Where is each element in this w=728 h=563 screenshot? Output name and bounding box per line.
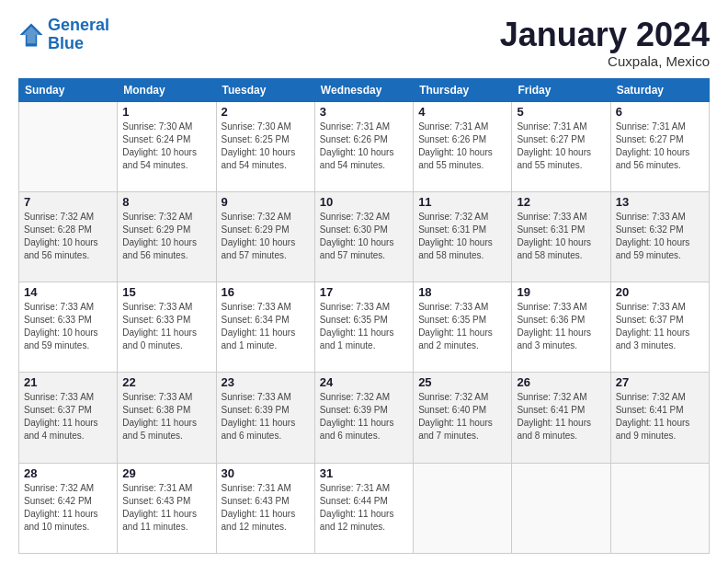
day-info: Sunrise: 7:30 AM Sunset: 6:25 PM Dayligh…: [222, 121, 310, 172]
col-header-sunday: Sunday: [19, 78, 118, 101]
day-info: Sunrise: 7:33 AM Sunset: 6:33 PM Dayligh…: [122, 301, 210, 352]
logo-icon: [18, 22, 44, 48]
week-row-0: 1Sunrise: 7:30 AM Sunset: 6:24 PM Daylig…: [19, 101, 710, 191]
day-info: Sunrise: 7:33 AM Sunset: 6:33 PM Dayligh…: [24, 301, 112, 352]
day-cell: 5Sunrise: 7:31 AM Sunset: 6:27 PM Daylig…: [512, 101, 610, 191]
day-number: 12: [517, 195, 605, 209]
header: General Blue January 2024 Cuxpala, Mexic…: [18, 17, 710, 69]
day-cell: [512, 463, 610, 553]
col-header-friday: Friday: [512, 78, 610, 101]
day-info: Sunrise: 7:33 AM Sunset: 6:31 PM Dayligh…: [517, 211, 605, 262]
day-cell: 13Sunrise: 7:33 AM Sunset: 6:32 PM Dayli…: [610, 191, 709, 282]
day-cell: 12Sunrise: 7:33 AM Sunset: 6:31 PM Dayli…: [512, 191, 610, 282]
day-info: Sunrise: 7:32 AM Sunset: 6:31 PM Dayligh…: [418, 211, 506, 262]
day-number: 15: [122, 285, 210, 299]
day-cell: 30Sunrise: 7:31 AM Sunset: 6:43 PM Dayli…: [216, 463, 314, 553]
day-cell: [414, 463, 512, 553]
day-info: Sunrise: 7:31 AM Sunset: 6:26 PM Dayligh…: [320, 121, 408, 172]
day-number: 23: [222, 375, 310, 389]
day-cell: 23Sunrise: 7:33 AM Sunset: 6:39 PM Dayli…: [216, 373, 314, 463]
day-cell: 25Sunrise: 7:32 AM Sunset: 6:40 PM Dayli…: [414, 373, 512, 463]
calendar-header-row: SundayMondayTuesdayWednesdayThursdayFrid…: [19, 78, 710, 101]
day-info: Sunrise: 7:31 AM Sunset: 6:43 PM Dayligh…: [222, 482, 310, 534]
day-cell: 15Sunrise: 7:33 AM Sunset: 6:33 PM Dayli…: [118, 282, 216, 373]
day-number: 1: [122, 105, 210, 119]
day-number: 18: [418, 285, 506, 299]
title-area: January 2024 Cuxpala, Mexico: [500, 17, 710, 69]
day-number: 20: [616, 285, 704, 299]
day-cell: 27Sunrise: 7:32 AM Sunset: 6:41 PM Dayli…: [610, 373, 709, 463]
day-info: Sunrise: 7:32 AM Sunset: 6:40 PM Dayligh…: [418, 391, 506, 442]
day-info: Sunrise: 7:31 AM Sunset: 6:43 PM Dayligh…: [122, 482, 210, 534]
day-cell: 26Sunrise: 7:32 AM Sunset: 6:41 PM Dayli…: [512, 373, 610, 463]
day-cell: 20Sunrise: 7:33 AM Sunset: 6:37 PM Dayli…: [610, 282, 709, 373]
day-info: Sunrise: 7:32 AM Sunset: 6:39 PM Dayligh…: [320, 391, 408, 442]
day-cell: 31Sunrise: 7:31 AM Sunset: 6:44 PM Dayli…: [314, 463, 413, 553]
day-cell: 21Sunrise: 7:33 AM Sunset: 6:37 PM Dayli…: [19, 373, 118, 463]
day-number: 30: [222, 466, 310, 480]
day-number: 8: [122, 195, 210, 209]
day-cell: [19, 101, 118, 191]
day-number: 14: [24, 285, 112, 299]
day-info: Sunrise: 7:33 AM Sunset: 6:37 PM Dayligh…: [24, 391, 112, 442]
day-info: Sunrise: 7:33 AM Sunset: 6:38 PM Dayligh…: [122, 391, 210, 442]
day-number: 24: [320, 375, 408, 389]
col-header-thursday: Thursday: [414, 78, 512, 101]
day-cell: 7Sunrise: 7:32 AM Sunset: 6:28 PM Daylig…: [19, 191, 118, 282]
page: General Blue January 2024 Cuxpala, Mexic…: [0, 0, 728, 563]
day-info: Sunrise: 7:33 AM Sunset: 6:37 PM Dayligh…: [616, 301, 704, 352]
week-row-2: 14Sunrise: 7:33 AM Sunset: 6:33 PM Dayli…: [19, 282, 710, 373]
day-number: 7: [24, 195, 112, 209]
day-info: Sunrise: 7:32 AM Sunset: 6:30 PM Dayligh…: [320, 211, 408, 262]
day-info: Sunrise: 7:31 AM Sunset: 6:27 PM Dayligh…: [616, 121, 704, 172]
day-info: Sunrise: 7:32 AM Sunset: 6:29 PM Dayligh…: [122, 211, 210, 262]
day-number: 5: [517, 105, 605, 119]
day-info: Sunrise: 7:33 AM Sunset: 6:35 PM Dayligh…: [320, 301, 408, 352]
day-info: Sunrise: 7:30 AM Sunset: 6:24 PM Dayligh…: [122, 121, 210, 172]
col-header-tuesday: Tuesday: [216, 78, 314, 101]
day-number: 25: [418, 375, 506, 389]
day-number: 19: [517, 285, 605, 299]
week-row-4: 28Sunrise: 7:32 AM Sunset: 6:42 PM Dayli…: [19, 463, 710, 553]
day-info: Sunrise: 7:31 AM Sunset: 6:27 PM Dayligh…: [517, 121, 605, 172]
logo-line2: Blue: [48, 34, 84, 52]
day-info: Sunrise: 7:33 AM Sunset: 6:36 PM Dayligh…: [517, 301, 605, 352]
day-number: 11: [418, 195, 506, 209]
day-number: 21: [24, 375, 112, 389]
day-info: Sunrise: 7:33 AM Sunset: 6:32 PM Dayligh…: [616, 211, 704, 262]
col-header-wednesday: Wednesday: [314, 78, 413, 101]
day-number: 4: [418, 105, 506, 119]
day-number: 16: [222, 285, 310, 299]
calendar-table: SundayMondayTuesdayWednesdayThursdayFrid…: [18, 78, 710, 554]
day-number: 9: [222, 195, 310, 209]
day-cell: 28Sunrise: 7:32 AM Sunset: 6:42 PM Dayli…: [19, 463, 118, 553]
col-header-monday: Monday: [118, 78, 216, 101]
week-row-1: 7Sunrise: 7:32 AM Sunset: 6:28 PM Daylig…: [19, 191, 710, 282]
day-cell: 16Sunrise: 7:33 AM Sunset: 6:34 PM Dayli…: [216, 282, 314, 373]
day-number: 26: [517, 375, 605, 389]
day-cell: 8Sunrise: 7:32 AM Sunset: 6:29 PM Daylig…: [118, 191, 216, 282]
logo-text: General Blue: [48, 17, 109, 53]
day-cell: 14Sunrise: 7:33 AM Sunset: 6:33 PM Dayli…: [19, 282, 118, 373]
day-number: 2: [222, 105, 310, 119]
day-number: 17: [320, 285, 408, 299]
day-cell: 2Sunrise: 7:30 AM Sunset: 6:25 PM Daylig…: [216, 101, 314, 191]
main-title: January 2024: [500, 17, 710, 53]
day-cell: 11Sunrise: 7:32 AM Sunset: 6:31 PM Dayli…: [414, 191, 512, 282]
day-number: 10: [320, 195, 408, 209]
day-number: 22: [122, 375, 210, 389]
day-number: 13: [616, 195, 704, 209]
day-number: 3: [320, 105, 408, 119]
day-cell: 1Sunrise: 7:30 AM Sunset: 6:24 PM Daylig…: [118, 101, 216, 191]
day-info: Sunrise: 7:33 AM Sunset: 6:34 PM Dayligh…: [222, 301, 310, 352]
day-number: 29: [122, 466, 210, 480]
day-cell: 17Sunrise: 7:33 AM Sunset: 6:35 PM Dayli…: [314, 282, 413, 373]
day-cell: 19Sunrise: 7:33 AM Sunset: 6:36 PM Dayli…: [512, 282, 610, 373]
week-row-3: 21Sunrise: 7:33 AM Sunset: 6:37 PM Dayli…: [19, 373, 710, 463]
col-header-saturday: Saturday: [610, 78, 709, 101]
day-cell: 24Sunrise: 7:32 AM Sunset: 6:39 PM Dayli…: [314, 373, 413, 463]
day-info: Sunrise: 7:32 AM Sunset: 6:41 PM Dayligh…: [616, 391, 704, 442]
day-info: Sunrise: 7:31 AM Sunset: 6:44 PM Dayligh…: [320, 482, 408, 534]
day-number: 27: [616, 375, 704, 389]
svg-marker-1: [23, 26, 40, 43]
